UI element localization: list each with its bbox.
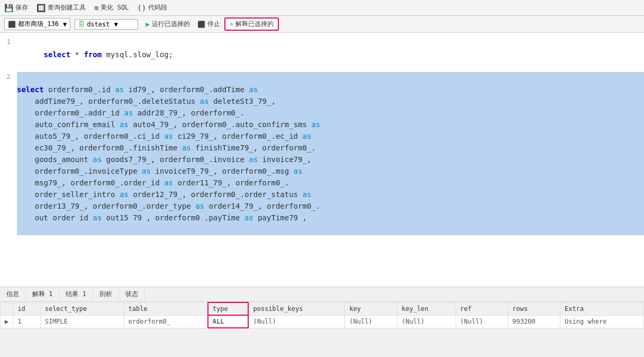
- bottom-tabs: 信息 解释 1 结果 1 剖析 状态: [0, 287, 644, 302]
- line-1-content: select * from mysql.slow_log;: [17, 37, 644, 72]
- col-possible-keys: possible_keys: [248, 302, 344, 315]
- code-segment-button[interactable]: () 代码段: [137, 3, 167, 12]
- code-icon: (): [137, 4, 146, 12]
- alias-as-9: as: [182, 144, 191, 152]
- col-select-type: select_type: [40, 302, 124, 315]
- server-name: 都市商场_136: [18, 20, 59, 29]
- alias-as-18: as: [93, 213, 102, 222]
- cell-rows: 993200: [508, 315, 560, 328]
- alias-as-19: as: [244, 213, 253, 222]
- alias-as-4: as: [124, 109, 133, 117]
- alias-as-3: as: [200, 97, 209, 105]
- col-key-len: key_len: [397, 302, 456, 315]
- stop-label: 停止: [207, 20, 220, 29]
- alias-as-5: as: [120, 120, 129, 129]
- db-chevron-icon: ▼: [114, 21, 118, 28]
- beautify-sql-button[interactable]: ≋ 美化 SQL: [94, 3, 129, 12]
- line-number-1: 1: [0, 37, 17, 46]
- run-icon: ▶: [146, 20, 150, 28]
- run-selected-label: 运行已选择的: [152, 20, 190, 29]
- kw-from: from: [84, 50, 102, 59]
- alias-as-2: as: [249, 85, 258, 94]
- alias-as-14: as: [164, 178, 173, 187]
- query-tool-button[interactable]: 🔲 查询创建工具: [37, 3, 86, 12]
- alias-as-10: as: [93, 155, 102, 164]
- explain-selected-button[interactable]: ⚙ 解释已选择的: [224, 17, 279, 31]
- tab-info[interactable]: 信息: [0, 288, 26, 301]
- results-table: id select_type table type possible_keys …: [0, 302, 644, 328]
- col-extra: Extra: [560, 302, 644, 315]
- alias-as-6: as: [311, 120, 320, 129]
- tab-explain1[interactable]: 解释 1: [26, 288, 59, 301]
- server-icon: ⬛: [8, 21, 16, 28]
- col-key: key: [345, 302, 397, 315]
- cell-ref: (Null): [456, 315, 508, 328]
- db-icon: 🗄: [78, 21, 85, 28]
- save-button[interactable]: 💾 保存: [4, 3, 28, 12]
- run-selected-button[interactable]: ▶ 运行已选择的: [142, 19, 193, 30]
- table-row: ▶ 1 SIMPLE orderform0_ ALL (Null) (Null)…: [1, 315, 644, 328]
- alias-as-7: as: [164, 132, 173, 140]
- alias-as-16: as: [302, 190, 311, 199]
- code-line-1: 1 select * from mysql.slow_log;: [0, 37, 644, 72]
- col-rows: rows: [508, 302, 560, 315]
- beautify-sql-label: 美化 SQL: [101, 3, 129, 12]
- code-line-2: 2 select orderform0_.id as id79_, orderf…: [0, 72, 644, 235]
- stop-button[interactable]: ⬛ 停止: [197, 20, 220, 29]
- cell-select-type: SIMPLE: [40, 315, 124, 328]
- code-segment-label: 代码段: [148, 3, 167, 12]
- save-label: 保存: [15, 3, 28, 12]
- cell-key-len: (Null): [397, 315, 456, 328]
- col-type: type: [208, 302, 249, 315]
- alias-as-12: as: [142, 167, 151, 175]
- cell-id: 1: [13, 315, 40, 328]
- cell-table: orderform0_: [124, 315, 208, 328]
- save-icon: 💾: [4, 4, 13, 12]
- cell-extra: Using where: [560, 315, 644, 328]
- alias-as-15: as: [120, 190, 129, 199]
- cell-type: ALL: [208, 315, 249, 328]
- col-id: id: [13, 302, 40, 315]
- results-area: id select_type table type possible_keys …: [0, 302, 644, 328]
- col-table: table: [124, 302, 208, 315]
- query-tool-label: 查询创建工具: [48, 3, 86, 12]
- tab-result1[interactable]: 结果 1: [59, 288, 93, 301]
- kw-select: select: [44, 50, 71, 59]
- line-number-2: 2: [0, 72, 17, 81]
- cell-key: (Null): [345, 315, 397, 328]
- tab-status[interactable]: 状态: [119, 288, 145, 301]
- alias-as-13: as: [294, 167, 303, 175]
- cell-possible-keys: (Null): [248, 315, 344, 328]
- query-tool-icon: 🔲: [37, 4, 46, 12]
- beautify-icon: ≋: [94, 4, 98, 12]
- db-select[interactable]: 🗄 dstest ▼: [75, 19, 138, 30]
- alias-as-17: as: [195, 202, 204, 210]
- server-select[interactable]: ⬛ 都市商场_136 ▼: [4, 18, 70, 30]
- alias-as-11: as: [249, 155, 258, 164]
- explain-selected-label: 解释已选择的: [235, 20, 274, 29]
- col-ref: ref: [456, 302, 508, 315]
- explain-icon: ⚙: [230, 21, 233, 28]
- table-header-row: id select_type table type possible_keys …: [1, 302, 644, 315]
- toolbar: 💾 保存 🔲 查询创建工具 ≋ 美化 SQL () 代码段: [0, 0, 644, 16]
- alias-as-1: as: [115, 85, 124, 94]
- tab-profile[interactable]: 剖析: [93, 288, 119, 301]
- server-chevron-icon: ▼: [63, 21, 67, 28]
- db-name: dstest: [87, 21, 110, 28]
- sql-editor[interactable]: 1 select * from mysql.slow_log; 2 select…: [0, 33, 644, 287]
- stop-icon: ⬛: [197, 21, 205, 28]
- kw-select2: select: [17, 85, 44, 94]
- col-row-indicator: [1, 302, 13, 315]
- line-2-content: select orderform0_.id as id79_, orderfor…: [17, 72, 644, 235]
- row-indicator: ▶: [1, 315, 13, 328]
- alias-as-8: as: [302, 132, 311, 140]
- db-bar: ⬛ 都市商场_136 ▼ 🗄 dstest ▼ ▶ 运行已选择的 ⬛ 停止 ⚙ …: [0, 16, 644, 33]
